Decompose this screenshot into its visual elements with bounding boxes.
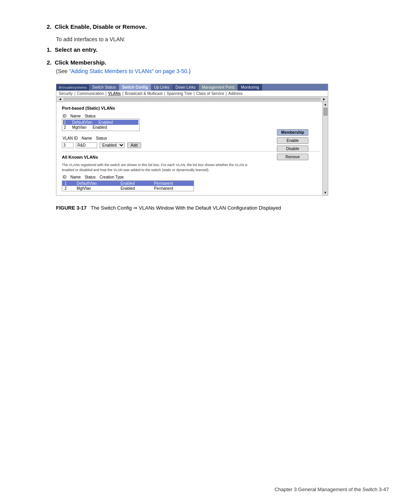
step2-text: Click Membership.: [55, 59, 107, 66]
tab-monitoring[interactable]: Monitoring: [238, 84, 262, 91]
figure-caption: FIGURE 3-17 The Switch Config ⇒ VLANs Wi…: [56, 205, 389, 211]
kv-status-1: Enabled: [118, 181, 152, 186]
add-interfaces-note: To add interfaces to a VLAN:: [56, 36, 389, 42]
content-panel: Port-based (Static) VLANs ID Name Status…: [56, 102, 328, 195]
tab-down-links[interactable]: Down Links: [172, 84, 199, 91]
kv-creation-2: Permanent: [152, 186, 194, 191]
add-form-headers: VLAN ID Name Status: [62, 136, 114, 141]
see-link[interactable]: "Adding Static Members to VLANs" on page…: [69, 68, 187, 74]
known-vlans-list[interactable]: 1 DefaultVlan Enabled Permanent 2 MgtVla…: [62, 180, 194, 191]
vscroll-thumb[interactable]: [324, 108, 327, 116]
see-reference: (See "Adding Static Members to VLANs" on…: [56, 68, 389, 74]
see-suffix: .): [187, 68, 191, 74]
status-select[interactable]: Enabled Disabled: [100, 142, 125, 148]
kv-id-2: 2: [62, 186, 74, 191]
add-col-status: Status: [95, 136, 110, 141]
vlan-row-2[interactable]: 2 MgtVlan Enabled: [63, 125, 138, 130]
subnav-vlans[interactable]: VLANs: [108, 91, 121, 96]
action-buttons: Membership Enable Disable Remove: [277, 129, 308, 160]
tab-switch-status[interactable]: Switch Status: [89, 84, 119, 91]
subnav-broadcast[interactable]: Broadcast & Multicast: [125, 91, 163, 96]
hscroll-track[interactable]: [64, 98, 320, 100]
hscrollbar: ◄ ►: [56, 97, 328, 102]
col-status: Status: [84, 114, 99, 119]
scroll-left-arrow[interactable]: ◄: [57, 97, 63, 101]
col-id: ID: [62, 114, 70, 119]
sub-nav: Security | Communication | VLANs | Broad…: [56, 91, 328, 97]
subnav-communication[interactable]: Communication: [77, 91, 104, 96]
step-2-membership: 2. Click Membership. (See "Adding Static…: [47, 59, 389, 74]
step1-text: Select an entry.: [55, 46, 98, 53]
vlan-id-2: 2: [64, 125, 66, 130]
membership-button[interactable]: Membership: [277, 129, 308, 136]
tab-up-links[interactable]: Up Links: [151, 84, 172, 91]
vlan-id-input[interactable]: [62, 142, 74, 148]
vlan-list-box[interactable]: 1 DefaultVlan Enabled 2 MgtVlan Enabled: [62, 119, 140, 131]
vlan-id-1: 1: [64, 120, 66, 124]
step-text: Click Enable, Disable or Remove.: [55, 23, 147, 30]
step1-number: 1.: [47, 46, 52, 53]
vscrollbar: ▲ ▼: [322, 102, 328, 195]
step-2-enable: 2. Click Enable, Disable or Remove.: [47, 23, 389, 30]
disable-button[interactable]: Disable: [277, 145, 308, 152]
vlan-name-1: DefaultVlan: [72, 120, 93, 124]
figure-label: FIGURE 3-17: [56, 205, 87, 211]
vlan-table-area: ID Name Status 1 DefaultVlan Enabled 2: [62, 114, 320, 131]
subnav-address[interactable]: Address: [228, 91, 243, 96]
add-col-vlanid: VLAN ID: [62, 136, 81, 141]
kv-col-creation: Creation Type: [99, 175, 127, 180]
screenshot: Brocadesystems Switch Status Switch Conf…: [56, 84, 328, 196]
known-vlans-section: All Known VLANs The VLANs registered wit…: [62, 155, 320, 191]
vscroll-down-arrow[interactable]: ▼: [324, 190, 327, 195]
vscroll-up-arrow[interactable]: ▲: [324, 102, 327, 107]
kv-col-status: Status: [84, 175, 99, 180]
known-vlans-data: 1 DefaultVlan Enabled Permanent 2 MgtVla…: [62, 181, 194, 191]
add-col-action: [110, 136, 114, 141]
col-name: Name: [70, 114, 84, 119]
tab-management-ports[interactable]: Management Ports: [199, 84, 238, 91]
kv-name-2: MgtVlan: [74, 186, 118, 191]
enable-button[interactable]: Enable: [277, 137, 308, 144]
step-number: 2.: [47, 23, 52, 30]
step-2-membership-heading: 2. Click Membership.: [47, 59, 389, 66]
footer-text: Chapter 3 General Management of the Swit…: [275, 486, 389, 492]
subnav-spanning-tree[interactable]: Spanning Tree: [167, 91, 192, 96]
known-vlan-row-1[interactable]: 1 DefaultVlan Enabled Permanent: [62, 181, 194, 186]
step-2-heading: 2. Click Enable, Disable or Remove.: [47, 23, 389, 30]
vlan-name-input[interactable]: [76, 142, 97, 148]
kv-id-1: 1: [62, 181, 74, 186]
known-vlans-headers: ID Name Status Creation Type: [62, 175, 127, 180]
kv-col-id: ID: [62, 175, 70, 180]
vlan-status-1: Enabled: [98, 120, 113, 124]
step-1-heading: 1. Select an entry.: [47, 46, 389, 53]
scroll-right-arrow[interactable]: ►: [321, 97, 327, 101]
nav-bar: Brocadesystems Switch Status Switch Conf…: [56, 84, 328, 91]
vlan-table: ID Name Status: [62, 114, 99, 119]
subnav-cos[interactable]: Class of Service: [196, 91, 224, 96]
step-1-select: 1. Select an entry.: [47, 46, 389, 53]
section-title: Port-based (Static) VLANs: [62, 106, 320, 110]
kv-status-2: Enabled: [118, 186, 152, 191]
figure-caption-text: The Switch Config ⇒ VLANs Window With th…: [91, 205, 281, 211]
known-vlan-row-2[interactable]: 2 MgtVlan Enabled Permanent: [62, 186, 194, 191]
add-button[interactable]: Add: [127, 142, 141, 148]
subnav-security[interactable]: Security: [59, 91, 73, 96]
step2-number: 2.: [47, 59, 52, 66]
nav-logo: Brocadesystems: [56, 84, 89, 91]
vlan-status-2: Enabled: [93, 125, 107, 130]
kv-name-1: DefaultVlan: [74, 181, 118, 186]
add-col-name: Name: [81, 136, 95, 141]
remove-button[interactable]: Remove: [277, 154, 308, 160]
kv-col-name: Name: [70, 175, 84, 180]
tab-switch-config[interactable]: Switch Config: [119, 84, 151, 91]
vlan-row-1[interactable]: 1 DefaultVlan Enabled: [63, 120, 138, 125]
kv-creation-1: Permanent: [152, 181, 194, 186]
vlan-name-2: MgtVlan: [72, 125, 87, 130]
main-area: Port-based (Static) VLANs ID Name Status…: [56, 102, 328, 195]
see-prefix: (See: [56, 68, 69, 74]
page-footer: Chapter 3 General Management of the Swit…: [0, 486, 420, 492]
known-vlans-description: The VLANs registered with the switch are…: [62, 163, 248, 172]
